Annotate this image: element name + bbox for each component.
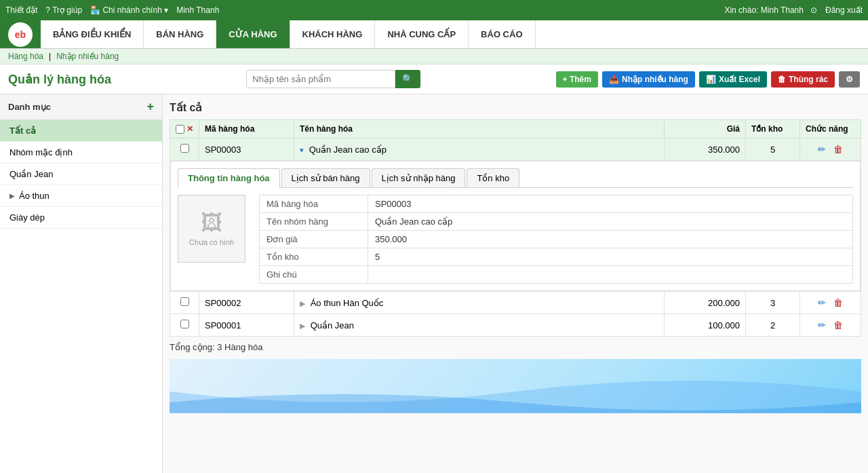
nhap-nhieu-hang-button[interactable]: 📥 Nhập nhiều hàng [602,71,695,88]
row-id-cell: SP00003 [199,138,294,161]
edit-button[interactable]: ✏ [815,143,829,156]
settings-link[interactable]: Thiết đặt [5,5,37,15]
sidebar-item-ao-thun[interactable]: ▶ Áo thun [0,185,162,207]
nav-ban-hang[interactable]: BÁN HÀNG [144,20,216,48]
row-name: Quần Jean [311,320,354,330]
nav-cua-hang[interactable]: CỬA HÀNG [216,20,290,48]
support-link[interactable]: ? Trợ giúp [45,5,82,15]
detail-row-nhom: Tên nhóm hàng Quần Jean cao cấp [260,213,853,231]
sidebar-item-label: Nhóm mặc định [9,147,73,157]
row-name: Áo thun Hàn Quốc [311,298,384,308]
help-button[interactable]: ⚙ [839,71,860,88]
row-checkbox[interactable] [180,320,189,328]
breadcrumb-hang-hoa[interactable]: Hàng hóa [8,52,43,61]
product-table: ✕ Mã hàng hóa Tên hàng hóa Giá Tồn kho C… [170,119,861,337]
xuat-excel-button[interactable]: 📊 Xuất Excel [699,71,767,88]
clear-icon[interactable]: ✕ [186,124,193,134]
row-checkbox[interactable] [180,297,189,306]
delete-button[interactable]: 🗑 [831,296,846,309]
nav-bang-dieu-khien[interactable]: BẢNG ĐIỀU KHIỂN [41,20,144,48]
detail-row-ton: Tồn kho 5 [260,248,853,266]
sidebar-item-giay-dep[interactable]: Giày dép [0,207,162,229]
col-header-ma: Mã hàng hóa [199,120,294,138]
row-stock-cell: 5 [746,138,800,161]
row-stock: 5 [770,145,775,155]
logout-icon: ⊙ [810,5,817,15]
row-action-cell: ✏ 🗑 [800,138,861,161]
expand-arrow-icon[interactable]: ▾ [300,146,304,154]
them-button[interactable]: + Thêm [556,71,598,88]
row-stock-cell: 3 [746,292,800,314]
col-check-all: ✕ [170,120,199,138]
nav-bao-cao[interactable]: BÁO CÁO [469,20,535,48]
wave-background [170,359,861,413]
tab-thong-tin[interactable]: Thông tin hàng hóa [178,168,280,188]
sidebar-item-label: Quần Jean [9,169,53,179]
sidebar-item-nhom-mac-dinh[interactable]: Nhóm mặc định [0,142,162,164]
row-name-cell: ▶ Áo thun Hàn Quốc [294,292,665,314]
content-area: Tất cả ✕ Mã hàng hóa Tên hàng hóa Giá Tồ… [163,94,868,473]
excel-icon: 📊 [706,75,716,84]
content-title: Tất cả [170,101,861,114]
expand-arrow-right-icon[interactable]: ▶ [300,299,305,307]
product-image-box: 🖼 Chưa có hình [178,195,245,263]
row-id: SP00002 [205,298,241,308]
detail-value-nhom: Quần Jean cao cấp [368,213,853,231]
expand-detail-cell: Thông tin hàng hóa Lịch sử bán hàng Lịch… [170,161,861,292]
row-id-cell: SP00002 [199,292,294,314]
expand-inner: Thông tin hàng hóa Lịch sử bán hàng Lịch… [170,161,861,291]
row-stock: 3 [770,298,775,308]
logout-link[interactable]: Đăng xuất [825,5,863,15]
main-layout: Danh mục + Tất cả Nhóm mặc định Quần Jea… [0,94,868,473]
detail-label-ghi-chu: Ghi chú [260,266,368,284]
detail-row-ma: Mã hàng hóa SP00003 [260,195,853,213]
row-price: 350.000 [708,145,740,155]
breadcrumb-nhap-nhieu-hang[interactable]: Nhập nhiều hàng [56,52,119,61]
nav-khach-hang[interactable]: KHÁCH HÀNG [290,20,376,48]
page-title: Quản lý hàng hóa [8,72,111,87]
sidebar-item-quan-jean[interactable]: Quần Jean [0,164,162,185]
row-action-cell: ✏ 🗑 [800,314,861,337]
row-name: Quần Jean cao cấp [309,145,387,155]
row-price-cell: 100.000 [665,314,746,337]
edit-button[interactable]: ✏ [815,296,829,309]
nav-nha-cung-cap[interactable]: NHÀ CUNG CẤP [375,20,469,48]
row-name-cell: ▾ Quần Jean cao cấp [294,138,665,161]
sidebar-add-button[interactable]: + [146,100,154,114]
sidebar-item-label: Giày dép [9,212,45,223]
import-icon: 📥 [609,75,619,84]
edit-button[interactable]: ✏ [815,318,829,332]
select-all-checkbox[interactable] [176,125,184,134]
action-buttons: + Thêm 📥 Nhập nhiều hàng 📊 Xuất Excel 🗑 … [556,71,860,88]
page-header: Quản lý hàng hóa 🔍 + Thêm 📥 Nhập nhiều h… [0,64,868,94]
row-id: SP00001 [205,320,241,330]
search-button[interactable]: 🔍 [395,70,420,88]
row-stock: 2 [770,320,775,330]
table-row: SP00002 ▶ Áo thun Hàn Quốc 200.000 3 ✏ � [170,292,861,314]
thung-rac-button[interactable]: 🗑 Thùng rác [771,71,835,88]
row-checkbox[interactable] [180,144,189,153]
trash-icon: 🗑 [778,75,786,84]
tab-lich-su-nhap[interactable]: Lịch sử nhập hàng [372,168,466,187]
chevron-right-icon: ▶ [9,192,15,200]
detail-value-ghi-chu [368,266,853,284]
row-checkbox-cell [170,292,199,314]
detail-value-gia: 350.000 [368,231,853,248]
search-input[interactable] [246,70,395,88]
logo-nav: eb BẢNG ĐIỀU KHIỂN BÁN HÀNG CỬA HÀNG KHÁ… [0,20,868,49]
tab-ton-kho[interactable]: Tồn kho [467,168,519,187]
col-header-gia: Giá [665,120,746,138]
logo: eb [0,20,41,48]
sidebar-item-label: Tất cả [9,126,36,136]
delete-button[interactable]: 🗑 [831,143,846,156]
row-price: 200.000 [708,298,740,308]
user-name: Minh Thanh [176,5,219,15]
branch-selector[interactable]: 🏪 Chi nhánh chính ▾ [90,5,168,15]
delete-button[interactable]: 🗑 [831,318,846,332]
no-image-label: Chưa có hình [189,238,234,247]
expand-arrow-right-icon[interactable]: ▶ [300,322,305,330]
tab-lich-su-ban[interactable]: Lịch sử bán hàng [281,168,370,187]
row-price: 100.000 [708,320,740,330]
sidebar-item-tat-ca[interactable]: Tất cả [0,120,162,142]
product-detail: 🖼 Chưa có hình Mã hàng hóa SP00003 [178,195,853,284]
